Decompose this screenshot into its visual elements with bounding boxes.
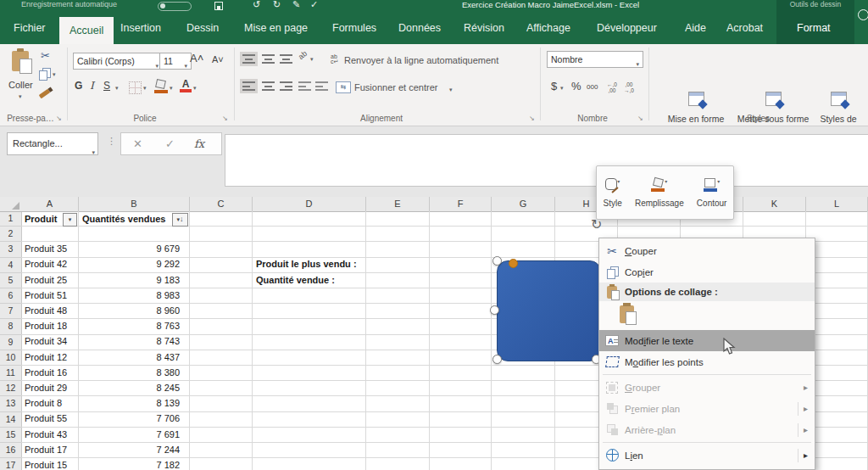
paste-clipboard-icon[interactable] bbox=[620, 305, 634, 327]
row-number-5[interactable]: 5 bbox=[0, 273, 21, 288]
merge-center-label[interactable]: Fusionner et centrer bbox=[354, 82, 437, 92]
borders-dropdown-icon[interactable]: ▾ bbox=[143, 85, 147, 92]
tell-me-lightbulb-icon[interactable] bbox=[858, 9, 868, 20]
select-all-corner[interactable] bbox=[0, 197, 21, 212]
column-header-A[interactable]: A bbox=[21, 197, 79, 212]
menu-item-copier[interactable]: Copier bbox=[599, 261, 815, 283]
menu-item-couper[interactable]: ✂Couper bbox=[599, 240, 815, 261]
cell-product[interactable]: Produit 55 bbox=[25, 411, 67, 426]
name-box[interactable]: Rectangle... ▾ bbox=[7, 132, 98, 155]
fill-color-dropdown-icon[interactable]: ▾ bbox=[170, 85, 173, 92]
format-painter-icon[interactable] bbox=[39, 89, 51, 99]
tab-format[interactable]: Format bbox=[795, 12, 832, 44]
align-top-icon[interactable] bbox=[242, 54, 255, 64]
cell-product[interactable]: Produit 25 bbox=[25, 272, 67, 288]
currency-dropdown-icon[interactable]: ▾ bbox=[560, 85, 564, 92]
menu-item-modifier-les-points[interactable]: Modifier les points bbox=[599, 351, 815, 372]
paste-button[interactable]: Coller ▾ bbox=[8, 80, 33, 100]
blue-rounded-rectangle-shape[interactable] bbox=[497, 260, 601, 361]
column-header-L[interactable]: L bbox=[806, 197, 868, 212]
number-format-combo[interactable]: Nombre▾ bbox=[547, 51, 643, 68]
wrap-text-label[interactable]: Renvoyer à la ligne automatiquement bbox=[344, 55, 498, 65]
borders-icon[interactable] bbox=[129, 81, 142, 94]
cell-product[interactable]: Produit 42 bbox=[25, 256, 67, 271]
cell-label-quantity-sold[interactable]: Quantité vendue : bbox=[256, 272, 335, 288]
underline-dropdown-icon[interactable]: ▾ bbox=[115, 85, 119, 92]
row-number-9[interactable]: 9 bbox=[0, 335, 21, 350]
cell-product[interactable]: Produit 35 bbox=[25, 241, 67, 256]
row-number-17[interactable]: 17 bbox=[0, 458, 21, 470]
align-bottom-icon[interactable] bbox=[280, 54, 292, 64]
row-number-12[interactable]: 12 bbox=[0, 381, 21, 396]
undo-icon[interactable]: ↺ bbox=[253, 0, 260, 10]
column-header-K[interactable]: K bbox=[743, 197, 806, 212]
bold-button[interactable]: G bbox=[75, 80, 82, 92]
cell-quantity[interactable]: 8 960 bbox=[79, 303, 180, 318]
column-header-D[interactable]: D bbox=[253, 197, 366, 212]
cell-label-top-product[interactable]: Produit le plus vendu : bbox=[256, 256, 357, 271]
filter-dropdown-icon[interactable]: ▾ bbox=[63, 213, 77, 227]
font-size-combo[interactable]: 11▾ bbox=[159, 53, 192, 70]
tab-aide[interactable]: Aide bbox=[683, 12, 708, 44]
tab-données[interactable]: Données bbox=[397, 12, 442, 44]
cut-scissors-icon[interactable]: ✂ bbox=[41, 49, 50, 62]
cell-product[interactable]: Produit 15 bbox=[25, 457, 67, 470]
row-number-1[interactable]: 1 bbox=[0, 211, 21, 227]
merge-center-icon[interactable]: ⇆ bbox=[336, 81, 351, 93]
cell-quantity[interactable]: 8 245 bbox=[79, 380, 180, 395]
cell-quantity[interactable]: 9 679 bbox=[79, 241, 180, 256]
column-header-F[interactable]: F bbox=[430, 197, 492, 212]
fill-color-icon[interactable] bbox=[154, 80, 166, 92]
merge-dropdown-icon[interactable]: ▾ bbox=[449, 87, 453, 93]
autosave-toggle[interactable] bbox=[158, 2, 192, 11]
enter-icon[interactable]: ✓ bbox=[165, 133, 175, 154]
tab-dessin[interactable]: Dessin bbox=[185, 12, 220, 44]
currency-icon[interactable]: $ bbox=[551, 80, 557, 92]
font-name-combo[interactable]: Calibri (Corps)▾ bbox=[73, 53, 163, 70]
tab-révision[interactable]: Révision bbox=[462, 12, 506, 44]
dropdown-arrow-icon[interactable]: ▾ bbox=[53, 71, 56, 78]
italic-button[interactable]: I bbox=[90, 80, 94, 92]
formula-input[interactable] bbox=[225, 134, 868, 187]
grow-font-icon[interactable]: A˄ bbox=[190, 52, 203, 64]
cell-quantity[interactable]: 8 380 bbox=[79, 365, 180, 380]
align-right-icon[interactable] bbox=[280, 81, 292, 91]
increase-indent-icon[interactable] bbox=[315, 81, 328, 91]
menu-item-options-de-collage[interactable]: Options de collage : bbox=[599, 283, 815, 301]
table-header-product[interactable]: Produit bbox=[25, 211, 58, 227]
decrease-decimal-icon[interactable]: ,00 →,0 bbox=[624, 81, 634, 93]
cell-quantity[interactable]: 8 983 bbox=[79, 288, 180, 303]
shape-handle-mid-left[interactable] bbox=[490, 305, 499, 315]
row-number-16[interactable]: 16 bbox=[0, 443, 21, 458]
increase-decimal-icon[interactable]: ←,0 ,00 bbox=[607, 81, 617, 93]
row-number-14[interactable]: 14 bbox=[0, 412, 21, 428]
row-number-4[interactable]: 4 bbox=[0, 258, 21, 273]
column-header-E[interactable]: E bbox=[366, 197, 430, 212]
tab-formules[interactable]: Formules bbox=[331, 12, 378, 44]
cell-product[interactable]: Produit 34 bbox=[25, 333, 67, 349]
cell-quantity[interactable]: 8 437 bbox=[79, 350, 180, 365]
sort-descending-filter-icon[interactable]: ▾↓ bbox=[172, 213, 188, 227]
align-center-icon[interactable] bbox=[262, 81, 275, 91]
cell-product[interactable]: Produit 18 bbox=[25, 318, 67, 333]
shape-outline-button[interactable]: ▾Contour bbox=[697, 178, 727, 208]
font-dialog-launcher[interactable]: ↘ bbox=[222, 115, 228, 122]
percent-icon[interactable]: % bbox=[571, 80, 581, 92]
cell-quantity[interactable]: 7 244 bbox=[79, 442, 180, 457]
cell-product[interactable]: Produit 43 bbox=[25, 427, 67, 442]
orientation-icon[interactable]: ab bbox=[297, 49, 309, 61]
thousands-icon[interactable]: 000 bbox=[587, 83, 598, 91]
tab-développeur[interactable]: Développeur bbox=[595, 12, 659, 44]
redo-icon[interactable]: ↻ bbox=[273, 0, 281, 10]
paste-icon[interactable] bbox=[12, 51, 29, 71]
copy-icon[interactable] bbox=[39, 68, 50, 80]
cell-product[interactable]: Produit 48 bbox=[25, 303, 67, 318]
font-color-icon[interactable]: A bbox=[180, 78, 192, 92]
cell-product[interactable]: Produit 51 bbox=[25, 288, 67, 303]
decrease-indent-icon[interactable] bbox=[298, 81, 311, 91]
clipboard-dialog-launcher[interactable]: ↘ bbox=[56, 115, 62, 122]
row-number-2[interactable]: 2 bbox=[0, 227, 21, 242]
check-icon[interactable]: ✓ bbox=[310, 0, 318, 10]
column-header-C[interactable]: C bbox=[190, 197, 253, 212]
row-number-13[interactable]: 13 bbox=[0, 396, 21, 411]
